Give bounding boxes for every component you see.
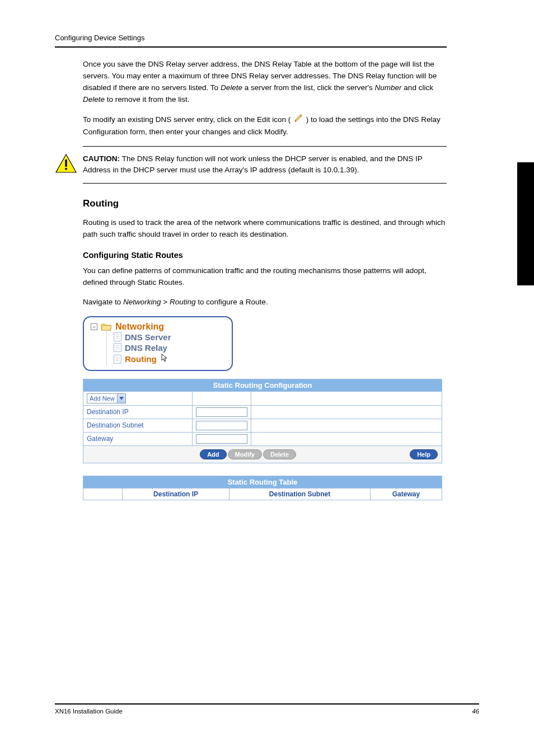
static-routing-table: Static Routing Table Destination IP Dest… — [83, 476, 442, 500]
routing-config-desc: You can define patterns of communication… — [83, 265, 447, 289]
tree-item-dns-relay[interactable]: DNS Relay — [114, 342, 226, 353]
modify-paragraph: To modify an existing DNS server entry, … — [83, 114, 447, 138]
col-destination-ip: Destination IP — [123, 488, 229, 500]
route-select[interactable]: Add New — [87, 393, 126, 403]
folder-open-icon — [101, 322, 112, 331]
page-header: Configuring Device Settings — [55, 34, 447, 42]
nav-tree-box: – Networking DNS Server DNS Relay — [83, 316, 233, 371]
intro-paragraph: Once you save the DNS Relay server addre… — [83, 59, 447, 106]
svg-marker-0 — [295, 115, 301, 121]
document-icon — [114, 343, 121, 352]
static-routing-config-table: Static Routing Configuration Add New Des… — [83, 379, 442, 463]
input-gateway[interactable] — [196, 434, 247, 444]
caution-rule-top — [83, 146, 447, 147]
svg-marker-6 — [119, 397, 124, 400]
label-destination-subnet: Destination Subnet — [83, 419, 193, 432]
document-icon — [114, 355, 121, 364]
routing-desc: Routing is used to track the area of the… — [83, 217, 447, 241]
input-destination-ip[interactable] — [196, 407, 247, 417]
pencil-icon — [294, 114, 303, 126]
side-tab — [517, 162, 534, 285]
section-title-routing: Routing — [83, 198, 447, 209]
label-gateway: Gateway — [83, 432, 193, 445]
svg-rect-4 — [65, 159, 67, 167]
modify-button[interactable]: Modify — [228, 449, 262, 459]
delete-button[interactable]: Delete — [263, 449, 296, 459]
caution-icon — [55, 153, 82, 176]
tree-root-networking[interactable]: Networking — [115, 322, 164, 332]
routing-table-title: Static Routing Table — [83, 476, 442, 488]
document-icon — [114, 332, 121, 341]
tree-collapse-icon[interactable]: – — [91, 323, 97, 330]
page-footer: XN16 Installation Guide 46 — [55, 703, 479, 715]
label-destination-ip: Destination IP — [83, 405, 193, 419]
input-destination-subnet[interactable] — [196, 421, 247, 430]
col-destination-subnet: Destination Subnet — [229, 488, 371, 500]
cursor-icon — [161, 354, 169, 365]
routing-nav-instruction: Navigate to Networking > Routing to conf… — [83, 297, 447, 308]
svg-rect-5 — [65, 168, 67, 170]
header-rule — [55, 46, 447, 48]
subsection-config-static-routes: Configuring Static Routes — [83, 251, 447, 260]
col-gateway: Gateway — [370, 488, 442, 500]
help-button[interactable]: Help — [410, 449, 438, 459]
caution-rule-bottom — [83, 183, 447, 184]
caution-text: CAUTION: The DNS Relay function will not… — [82, 153, 447, 177]
tree-item-dns-server[interactable]: DNS Server — [114, 332, 226, 342]
config-table-title: Static Routing Configuration — [83, 379, 442, 391]
add-button[interactable]: Add — [200, 449, 226, 459]
chevron-down-icon — [117, 394, 125, 403]
tree-item-routing[interactable]: Routing — [114, 353, 226, 365]
